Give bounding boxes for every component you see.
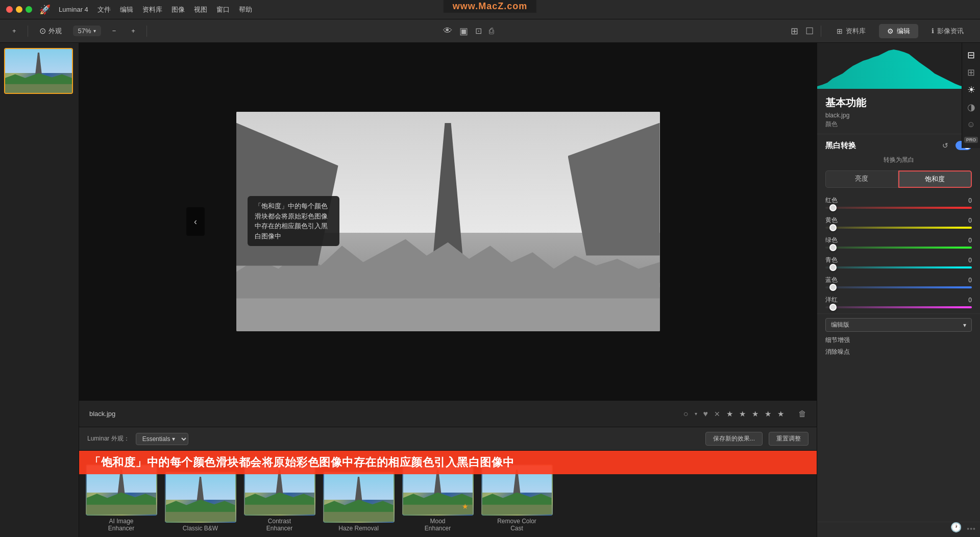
film-label-2: ContrastEnhancer xyxy=(266,518,292,532)
thumbnail-image xyxy=(5,49,72,93)
toolbar-separator-2 xyxy=(146,26,147,37)
tab-edit[interactable]: ⚙ 编辑 xyxy=(879,24,918,38)
film-label-3: Haze Removal xyxy=(338,525,379,532)
prev-arrow[interactable]: ‹ xyxy=(186,207,205,236)
reset-button[interactable]: 重置调整 xyxy=(769,432,808,446)
app-name: Luminar 4 xyxy=(59,6,88,13)
minimize-button[interactable] xyxy=(16,6,22,13)
slider-thumb-green[interactable] xyxy=(829,244,837,251)
bw-tab-brightness[interactable]: 亮度 xyxy=(825,170,898,188)
slider-thumb-blue[interactable] xyxy=(829,284,837,291)
save-preset-button[interactable]: 保存新的效果... xyxy=(705,432,763,446)
slider-value-cyan: 0 xyxy=(968,257,972,264)
appearance-button[interactable]: ⊙ 外观 xyxy=(35,24,66,38)
slider-row-red: 红色 0 xyxy=(817,194,980,211)
tab-library[interactable]: ⊞ 资料库 xyxy=(828,24,874,38)
film-label-0: AI ImageEnhancer xyxy=(108,518,134,532)
bw-tab-saturation[interactable]: 饱和度 xyxy=(898,170,972,188)
zoom-out-button[interactable]: − xyxy=(108,25,120,37)
slider-row-blue: 蓝色 0 xyxy=(817,274,980,290)
slider-track-red[interactable] xyxy=(825,207,972,209)
film-item-5[interactable]: Remove ColorCast xyxy=(480,465,554,532)
titlebar: 🚀 Luminar 4 文件 编辑 资料库 图像 视图 窗口 帮助 www.Ma… xyxy=(0,0,980,19)
palette-icon[interactable]: ◑ xyxy=(964,100,978,114)
presets-select[interactable]: Essentials ▾ xyxy=(136,433,188,445)
edition-section: 编辑版 ▾ 细节增强 消除噪点 xyxy=(817,313,980,360)
export-icon[interactable]: ⎙ xyxy=(489,27,494,36)
slider-track-cyan[interactable] xyxy=(825,266,972,268)
trash-icon[interactable]: 🗑 xyxy=(798,409,806,419)
eye-icon[interactable]: 👁 xyxy=(443,26,452,36)
presets-row: Luminar 外观： Essentials ▾ 保存新的效果... 重置调整 xyxy=(79,427,817,450)
layers-icon[interactable]: ⊟ xyxy=(964,48,978,62)
history-icon[interactable]: 🕐 xyxy=(950,522,962,533)
add-button[interactable]: + xyxy=(8,25,20,37)
face-icon[interactable]: ☺ xyxy=(964,117,978,132)
single-icon[interactable]: ☐ xyxy=(805,26,814,37)
sun-icon[interactable]: ☀ xyxy=(964,83,978,97)
compare-icon[interactable]: ▣ xyxy=(459,26,468,37)
film-star-icon: ★ xyxy=(462,502,469,510)
slider-track-magenta[interactable] xyxy=(825,306,972,308)
slider-track-yellow[interactable] xyxy=(825,227,972,229)
slider-thumb-cyan[interactable] xyxy=(829,264,837,271)
reject-icon[interactable]: ✕ xyxy=(714,410,720,418)
film-item-1[interactable]: Classic B&W xyxy=(163,472,237,532)
menu-library[interactable]: 资料库 xyxy=(142,5,162,14)
chevron-down-small-icon[interactable]: ▾ xyxy=(695,411,697,417)
menu-view[interactable]: 视图 xyxy=(194,5,207,14)
panel-info-section: 基本功能 black.jpg 颜色 xyxy=(817,89,980,134)
menu-window[interactable]: 窗口 xyxy=(216,5,230,14)
filmstrip-banner: 「饱和度」中的每个颜色滑块都会将原始彩色图像中存在的相应颜色引入黑白图像中 xyxy=(79,451,817,474)
slider-label-red: 红色 xyxy=(825,196,838,205)
star-3[interactable]: ★ xyxy=(752,409,758,419)
slider-track-blue[interactable] xyxy=(825,286,972,288)
zoom-control[interactable]: 57% ▾ xyxy=(73,26,101,36)
zoom-in-button[interactable]: + xyxy=(127,25,139,37)
crop-icon[interactable]: ⊡ xyxy=(475,26,482,36)
slider-track-green[interactable] xyxy=(825,247,972,249)
menu-image[interactable]: 图像 xyxy=(172,5,185,14)
film-item-0[interactable]: AI ImageEnhancer xyxy=(84,465,158,532)
tab-info-label: 影像资讯 xyxy=(937,27,964,36)
close-button[interactable] xyxy=(6,6,13,13)
panel-title: 基本功能 xyxy=(825,96,972,110)
tab-info[interactable]: ℹ 影像资讯 xyxy=(923,24,972,38)
film-item-2[interactable]: ContrastEnhancer xyxy=(242,465,316,532)
histogram-svg xyxy=(817,48,980,89)
panel-color-label: 颜色 xyxy=(825,120,972,129)
reset-adj-button[interactable]: ↺ xyxy=(939,139,951,152)
menu-file[interactable]: 文件 xyxy=(97,5,111,14)
slider-thumb-yellow[interactable] xyxy=(829,224,837,231)
zoom-value: 57% xyxy=(78,27,91,35)
menu-edit[interactable]: 编辑 xyxy=(120,5,133,14)
tab-library-label: 资料库 xyxy=(846,27,866,36)
slider-row-yellow: 黄色 0 xyxy=(817,214,980,231)
slider-row-cyan: 青色 0 xyxy=(817,254,980,271)
sliders-icon[interactable]: ⊞ xyxy=(964,65,978,80)
film-label-5: Remove ColorCast xyxy=(497,518,536,532)
star-1[interactable]: ★ xyxy=(726,409,733,419)
film-item-3[interactable]: Haze Removal xyxy=(322,472,396,532)
heart-icon[interactable]: ♥ xyxy=(703,409,708,419)
grid-icon[interactable]: ⊞ xyxy=(791,26,798,37)
film-label-1: Classic B&W xyxy=(183,525,218,532)
slider-thumb-magenta[interactable] xyxy=(829,304,837,311)
star-5[interactable]: ★ xyxy=(777,409,784,419)
presets-label: Luminar 外观： xyxy=(87,434,130,443)
more-options-icon[interactable]: ••• xyxy=(967,525,976,533)
menu-help[interactable]: 帮助 xyxy=(239,5,252,14)
add-icon: + xyxy=(12,27,16,35)
star-4[interactable]: ★ xyxy=(765,409,771,419)
chevron-down-edition-icon: ▾ xyxy=(963,322,966,329)
fullscreen-button[interactable] xyxy=(26,6,32,13)
film-item-4[interactable]: ★ MoodEnhancer xyxy=(401,465,475,532)
edition-select[interactable]: 编辑版 ▾ xyxy=(825,318,972,332)
slider-header-magenta: 洋红 0 xyxy=(825,296,972,304)
left-panel xyxy=(0,43,79,537)
star-2[interactable]: ★ xyxy=(739,409,746,419)
main-layout: ‹ 「饱和度」中的每个颜色滑块都会将原始彩色图像中存在的相应颜色引入黑白图像中 … xyxy=(0,43,980,537)
thumbnail-item[interactable] xyxy=(4,48,73,94)
circle-icon[interactable]: ○ xyxy=(683,409,689,419)
slider-thumb-red[interactable] xyxy=(829,204,837,211)
